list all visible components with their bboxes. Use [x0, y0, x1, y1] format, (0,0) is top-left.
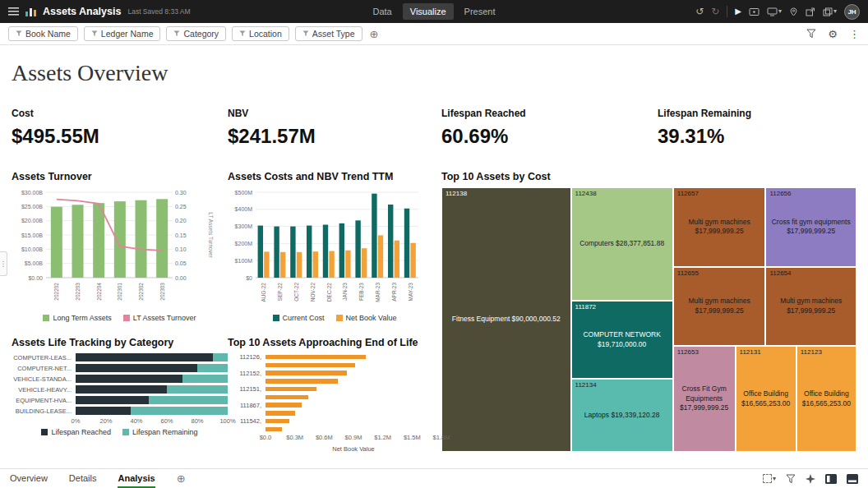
hamburger-menu-icon[interactable] — [8, 7, 19, 16]
filter-chip-asset-type[interactable]: Asset Type — [295, 26, 362, 41]
bar-net-book-value[interactable] — [265, 419, 289, 424]
filter-chip-ledger-name[interactable]: Ledger Name — [84, 26, 161, 41]
bar-net-book-value[interactable] — [395, 241, 399, 278]
kpi-lifespan-remaining[interactable]: Lifespan Remaining 39.31% — [658, 108, 860, 148]
pages-icon[interactable]: ▾ — [823, 7, 837, 16]
segment-lifespan-remaining[interactable] — [131, 407, 228, 415]
bar-net-book-value[interactable] — [265, 371, 347, 375]
bar-net-book-value[interactable] — [345, 251, 350, 278]
bar-net-book-value[interactable] — [265, 411, 295, 416]
treemap-tile-112123[interactable]: 112123Office Building $16,565,253.00 — [796, 346, 856, 452]
segment-lifespan-remaining[interactable] — [182, 375, 229, 383]
legend-item-current-cost[interactable]: Current Cost — [273, 314, 325, 322]
canvas-size-icon[interactable]: ▾ — [763, 474, 776, 483]
bar-net-book-value[interactable] — [265, 387, 316, 392]
kpi-nbv[interactable]: NBV $241.57M — [228, 108, 441, 148]
bar-current-cost[interactable] — [355, 220, 360, 278]
map-pin-icon[interactable] — [789, 7, 798, 16]
legend-item-lt-assets-turnover[interactable]: LT Assets Turnover — [123, 314, 196, 322]
undo-icon[interactable]: ↺ — [695, 7, 704, 16]
bar-long-term-assets[interactable] — [156, 199, 168, 278]
kpi-cost[interactable]: Cost $495.55M — [12, 108, 228, 148]
segment-lifespan-reached[interactable] — [76, 364, 197, 372]
bar-long-term-assets[interactable] — [72, 205, 84, 278]
export-icon[interactable] — [806, 7, 815, 16]
tab-data[interactable]: Data — [366, 3, 399, 20]
legend-item-net-book-value[interactable]: Net Book Value — [336, 314, 397, 322]
end-of-life-plot[interactable]: 112126,112152,112151,111867,111542,$0.0$… — [228, 353, 441, 443]
bar-current-cost[interactable] — [258, 226, 263, 278]
cost-nbv-plot[interactable]: $0$100M$200M$300M$400M$500MAUG-22SEP-22O… — [228, 187, 441, 312]
bar-net-book-value[interactable] — [264, 251, 269, 278]
canvas-tab-details[interactable]: Details — [69, 469, 97, 488]
filter-chip-location[interactable]: Location — [232, 26, 289, 41]
bar-net-book-value[interactable] — [378, 235, 383, 278]
legend-item-lifespan-reached[interactable]: Lifespan Reached — [41, 428, 111, 436]
bar-current-cost[interactable] — [274, 227, 279, 278]
kpi-lifespan-reached[interactable]: Lifespan Reached 60.69% — [441, 108, 658, 148]
bar-net-book-value[interactable] — [329, 251, 334, 278]
display-settings-icon[interactable]: ▾ — [767, 7, 782, 16]
bar-long-term-assets[interactable] — [93, 203, 104, 278]
bar-net-book-value[interactable] — [265, 403, 302, 407]
bar-current-cost[interactable] — [404, 209, 409, 278]
treemap-tile-112438[interactable]: 112438Computers $28,377,851.88 — [571, 187, 673, 301]
treemap-plot[interactable]: 112138Fitness Equipment $90,000,000.5211… — [441, 187, 856, 452]
canvas-tab-overview[interactable]: Overview — [10, 469, 48, 488]
filter-chip-book-name[interactable]: Book Name — [8, 26, 78, 41]
treemap-tile-112138[interactable]: 112138Fitness Equipment $90,000,000.52 — [441, 187, 571, 452]
bar-net-book-value[interactable] — [313, 251, 318, 278]
bar-net-book-value[interactable] — [265, 379, 338, 384]
add-filter-icon[interactable]: ⊕ — [370, 28, 379, 40]
filter-funnel-icon[interactable] — [806, 29, 816, 39]
segment-lifespan-remaining[interactable] — [149, 396, 228, 404]
filter-funnel-icon[interactable] — [786, 474, 796, 484]
bar-current-cost[interactable] — [388, 205, 393, 278]
life-tracking-plot[interactable]: COMPUTER-LEAS...COMPUTER-NET...VEHICLE-S… — [12, 353, 228, 426]
bar-current-cost[interactable] — [323, 225, 328, 278]
gear-icon[interactable]: ⚙ — [828, 28, 838, 40]
segment-lifespan-remaining[interactable] — [167, 385, 228, 394]
legend-item-lifespan-remaining[interactable]: Lifespan Remaining — [122, 428, 198, 436]
redo-icon[interactable]: ↻ — [711, 7, 719, 16]
bar-current-cost[interactable] — [372, 194, 376, 278]
treemap-tile-112654[interactable]: 112654Multi gym machines $17,999,999.25 — [765, 267, 856, 347]
segment-lifespan-reached[interactable] — [76, 375, 182, 383]
treemap-tile-112657[interactable]: 112657Multi gym machines $17,999,999.25 — [673, 187, 766, 267]
bar-net-book-value[interactable] — [362, 248, 367, 278]
preview-play-icon[interactable]: ▶ — [735, 7, 741, 16]
kebab-menu-icon[interactable]: ⋮ — [849, 28, 860, 40]
filter-chip-category[interactable]: Category — [166, 26, 226, 41]
bar-net-book-value[interactable] — [265, 395, 308, 400]
legend-item-long-term-assets[interactable]: Long Term Assets — [43, 314, 111, 322]
layout-left-panel-icon[interactable] — [825, 474, 837, 484]
present-screen-icon[interactable] — [749, 7, 760, 16]
segment-lifespan-reached[interactable] — [76, 385, 167, 394]
bar-current-cost[interactable] — [339, 223, 344, 278]
tab-present[interactable]: Present — [457, 3, 503, 20]
bar-long-term-assets[interactable] — [51, 207, 62, 278]
assets-turnover-plot[interactable]: $0.000.00$5.00B0.05$10.00B0.10$15.00B0.1… — [12, 187, 228, 312]
segment-lifespan-reached[interactable] — [76, 407, 131, 415]
treemap-tile-112653[interactable]: 112653Cross Fit Gym Equipments $17,999,9… — [673, 346, 736, 452]
segment-lifespan-reached[interactable] — [76, 396, 149, 404]
bar-current-cost[interactable] — [307, 226, 312, 278]
bar-net-book-value[interactable] — [265, 355, 366, 360]
bar-net-book-value[interactable] — [265, 427, 282, 432]
bar-current-cost[interactable] — [290, 227, 295, 278]
layout-bottom-panel-icon[interactable] — [847, 474, 858, 484]
add-canvas-icon[interactable]: ⊕ — [177, 472, 186, 485]
bar-net-book-value[interactable] — [410, 243, 415, 278]
bar-net-book-value[interactable] — [297, 252, 302, 278]
segment-lifespan-remaining[interactable] — [197, 364, 228, 372]
treemap-tile-112655[interactable]: 112655Multi gym machines $17,999,999.25 — [673, 267, 766, 347]
avatar[interactable]: JH — [844, 4, 860, 20]
segment-lifespan-reached[interactable] — [76, 353, 213, 361]
treemap-tile-112134[interactable]: 112134Laptops $19,339,120.28 — [571, 379, 673, 452]
canvas-tab-analysis[interactable]: Analysis — [118, 469, 155, 488]
treemap-tile-111872[interactable]: 111872COMPUTER NETWORK $19,710,000.00 — [571, 301, 673, 379]
bar-net-book-value[interactable] — [265, 363, 355, 368]
sparkle-icon[interactable] — [806, 474, 815, 484]
treemap-tile-112656[interactable]: 112656Cross fit gym equipments $17,999,9… — [765, 187, 856, 267]
bar-net-book-value[interactable] — [280, 252, 285, 278]
